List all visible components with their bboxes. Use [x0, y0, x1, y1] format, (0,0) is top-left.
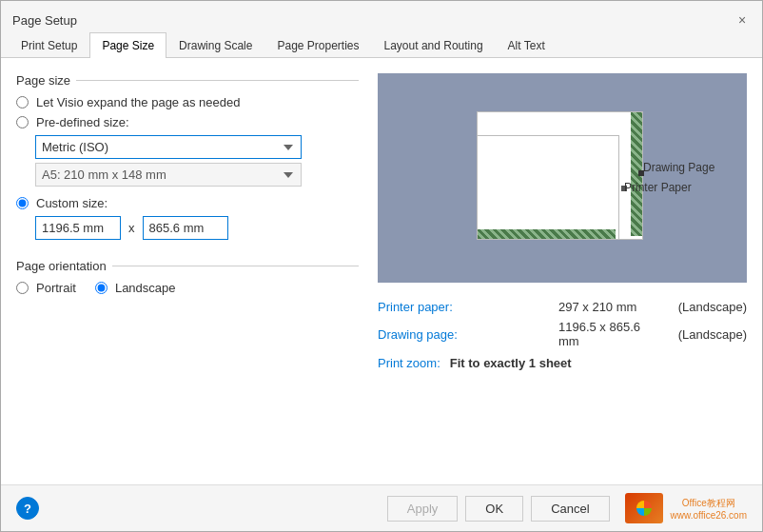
ok-button[interactable]: OK	[465, 496, 523, 522]
drawing-page-orientation: (Landscape)	[678, 327, 747, 342]
tab-drawing-scale[interactable]: Drawing Scale	[166, 32, 264, 58]
print-zoom-row: Print zoom: Fit to exactly 1 sheet	[378, 356, 747, 370]
drawing-page-label: Drawing Page	[643, 161, 714, 174]
watermark-line2: www.office26.com	[671, 510, 747, 521]
print-zoom-label: Print zoom:	[378, 356, 440, 370]
paper-size-dropdown[interactable]: A5: 210 mm x 148 mm A4: 297 mm x 210 mm …	[35, 163, 302, 187]
watermark: Office教程网 www.office26.com	[671, 497, 747, 521]
tab-page-size[interactable]: Page Size	[89, 32, 166, 58]
main-content: Page size Let Visio expand the page as n…	[1, 58, 762, 484]
tab-alt-text[interactable]: Alt Text	[496, 32, 558, 58]
orientation-header: Page orientation	[16, 259, 359, 273]
page-size-label: Page size	[16, 73, 70, 88]
tabs-bar: Print Setup Page Size Drawing Scale Page…	[1, 31, 762, 58]
footer: ? Apply OK Cancel Office教程网 www.office26…	[1, 484, 762, 531]
custom-width-input[interactable]	[35, 216, 121, 240]
drawing-page-label-container: Drawing Page	[643, 161, 714, 174]
page-size-header: Page size	[16, 73, 359, 88]
preview-area: Drawing Page Printer Paper	[378, 73, 747, 283]
custom-size-inputs: x	[35, 216, 359, 240]
cancel-button[interactable]: Cancel	[531, 496, 609, 522]
left-panel: Page size Let Visio expand the page as n…	[16, 73, 359, 469]
drawing-page-info-value: 1196.5 x 865.6 mm	[558, 320, 650, 348]
portrait-radio[interactable]	[16, 282, 29, 294]
metric-dropdown[interactable]: Metric (ISO) US Units	[35, 135, 302, 159]
predefined-label[interactable]: Pre-defined size:	[36, 115, 129, 129]
orientation-options: Portrait Landscape	[16, 281, 359, 301]
drawing-page-info-label: Drawing page:	[378, 327, 530, 342]
title-bar: Page Setup ×	[1, 1, 762, 31]
dialog-title: Page Setup	[12, 13, 77, 28]
printer-paper-preview	[477, 135, 619, 240]
tab-layout-routing[interactable]: Layout and Routing	[372, 32, 496, 58]
portrait-row: Portrait	[16, 281, 76, 295]
predefined-dropdowns: Metric (ISO) US Units A5: 210 mm x 148 m…	[16, 135, 359, 187]
office-icon	[636, 501, 652, 516]
footer-right: Apply OK Cancel Office教程网 www.office26.c…	[387, 493, 747, 523]
tab-page-properties[interactable]: Page Properties	[264, 32, 371, 58]
printer-paper-label: Printer Paper	[624, 181, 692, 194]
office-logo	[625, 493, 663, 523]
custom-size-section: Custom size: x	[16, 196, 359, 240]
x-separator: x	[128, 221, 135, 235]
page-size-section: Page size Let Visio expand the page as n…	[16, 73, 359, 240]
expand-radio[interactable]	[16, 96, 29, 108]
custom-radio[interactable]	[16, 197, 29, 209]
landscape-label[interactable]: Landscape	[115, 281, 176, 295]
page-setup-dialog: Page Setup × Print Setup Page Size Drawi…	[0, 0, 763, 532]
close-button[interactable]: ×	[734, 11, 751, 29]
printer-paper-info-label: Printer paper:	[378, 300, 530, 314]
printer-paper-info-value: 297 x 210 mm	[558, 300, 636, 314]
custom-height-input[interactable]	[143, 216, 228, 240]
preview-container: Drawing Page Printer Paper	[467, 102, 657, 254]
right-panel: Drawing Page Printer Paper Printer paper…	[378, 73, 747, 469]
expand-label[interactable]: Let Visio expand the page as needed	[36, 95, 240, 109]
print-zoom-value: Fit to exactly 1 sheet	[450, 356, 572, 370]
printer-paper-label-container: Printer Paper	[624, 181, 692, 194]
printer-paper-info-row: Printer paper: 297 x 210 mm (Landscape)	[378, 300, 747, 314]
landscape-radio[interactable]	[95, 282, 108, 294]
orientation-label: Page orientation	[16, 259, 107, 273]
watermark-line1: Office教程网	[682, 497, 735, 510]
apply-button[interactable]: Apply	[387, 496, 459, 522]
tab-print-setup[interactable]: Print Setup	[9, 32, 89, 58]
footer-left: ?	[16, 497, 39, 520]
predefined-option-row: Pre-defined size:	[16, 115, 359, 129]
expand-option-row: Let Visio expand the page as needed	[16, 95, 359, 109]
drawing-page-info-row: Drawing page: 1196.5 x 865.6 mm (Landsca…	[378, 320, 747, 348]
hatch-bottom	[478, 229, 616, 239]
orientation-section: Page orientation Portrait Landscape	[16, 259, 359, 301]
portrait-label[interactable]: Portrait	[36, 281, 76, 295]
help-button[interactable]: ?	[16, 497, 39, 520]
custom-label[interactable]: Custom size:	[36, 196, 108, 210]
landscape-row: Landscape	[95, 281, 176, 295]
custom-option-row: Custom size:	[16, 196, 359, 210]
printer-paper-orientation: (Landscape)	[678, 300, 747, 314]
predefined-radio[interactable]	[16, 116, 29, 128]
info-section: Printer paper: 297 x 210 mm (Landscape) …	[378, 300, 747, 370]
